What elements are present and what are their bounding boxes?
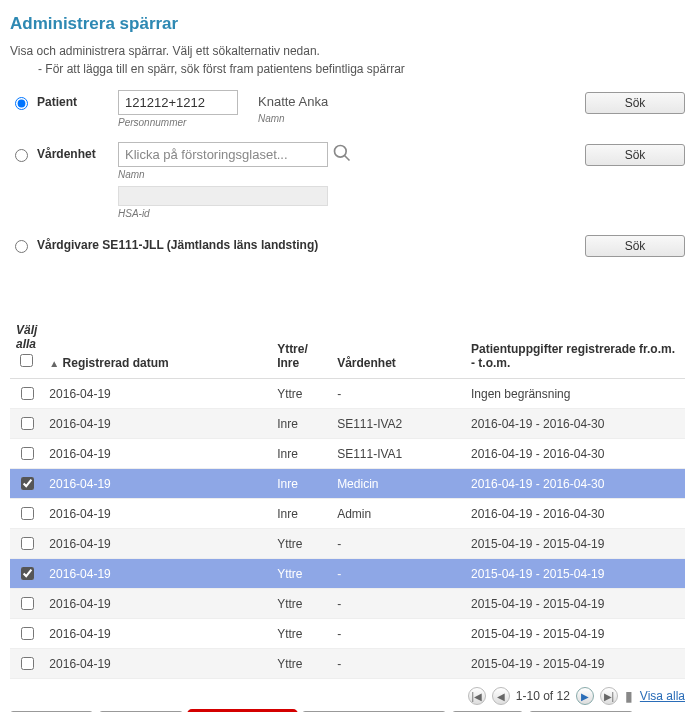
intro-text: Visa och administrera spärrar. Välj ett … xyxy=(10,44,685,58)
pager-separator-icon: ▮ xyxy=(624,688,634,704)
cell-vardenhet: SE111-IVA2 xyxy=(331,409,465,439)
cell-date: 2016-04-19 xyxy=(43,559,271,589)
row-checkbox[interactable] xyxy=(21,447,34,460)
table-row[interactable]: 2016-04-19Yttre-2015-04-19 - 2015-04-19 xyxy=(10,619,685,649)
cell-yttre-inre: Inre xyxy=(271,439,331,469)
cell-yttre-inre: Yttre xyxy=(271,379,331,409)
cell-vardenhet: - xyxy=(331,649,465,679)
results-table: Välj alla ▲ Registrerad datum Yttre/ Inr… xyxy=(10,317,685,679)
svg-point-0 xyxy=(335,146,347,158)
cell-date: 2016-04-19 xyxy=(43,589,271,619)
cell-yttre-inre: Inre xyxy=(271,499,331,529)
search-vardenhet-button[interactable]: Sök xyxy=(585,144,685,166)
radio-vardenhet[interactable] xyxy=(15,149,28,162)
cell-patientuppgifter: 2015-04-19 - 2015-04-19 xyxy=(465,559,685,589)
cell-patientuppgifter: 2015-04-19 - 2015-04-19 xyxy=(465,649,685,679)
cell-yttre-inre: Yttre xyxy=(271,529,331,559)
cell-patientuppgifter: 2016-04-19 - 2016-04-30 xyxy=(465,409,685,439)
pager-next-icon[interactable]: ▶ xyxy=(576,687,594,705)
search-row-patient: Patient Personnummer Knatte Anka Namn Sö… xyxy=(10,90,685,128)
patient-name-display: Knatte Anka xyxy=(258,90,328,111)
pager-last-icon[interactable]: ▶| xyxy=(600,687,618,705)
cell-date: 2016-04-19 xyxy=(43,499,271,529)
col-reg-date[interactable]: ▲ Registrerad datum xyxy=(43,317,271,379)
pager: |◀ ◀ 1-10 of 12 ▶ ▶| ▮ Visa alla xyxy=(10,687,685,705)
intro-subtext: - För att lägga till en spärr, sök först… xyxy=(38,62,685,76)
table-row[interactable]: 2016-04-19InreSE111-IVA22016-04-19 - 201… xyxy=(10,409,685,439)
radio-vardenhet-label: Vårdenhet xyxy=(37,147,96,161)
cell-vardenhet: - xyxy=(331,559,465,589)
vardenhet-name-sublabel: Namn xyxy=(118,169,352,180)
row-checkbox[interactable] xyxy=(21,387,34,400)
cell-yttre-inre: Inre xyxy=(271,469,331,499)
cell-date: 2016-04-19 xyxy=(43,619,271,649)
cell-date: 2016-04-19 xyxy=(43,379,271,409)
cell-yttre-inre: Yttre xyxy=(271,649,331,679)
show-all-link[interactable]: Visa alla xyxy=(640,689,685,703)
search-row-vardgivare: Vårdgivare SE111-JLL (Jämtlands läns lan… xyxy=(10,233,685,257)
sort-indicator-icon: ▲ xyxy=(49,358,59,369)
col-select-all: Välj alla xyxy=(16,323,37,351)
cell-date: 2016-04-19 xyxy=(43,529,271,559)
table-row[interactable]: 2016-04-19InreAdmin2016-04-19 - 2016-04-… xyxy=(10,499,685,529)
hsaid-input[interactable] xyxy=(118,186,328,206)
cell-yttre-inre: Yttre xyxy=(271,619,331,649)
table-row[interactable]: 2016-04-19Yttre-2015-04-19 - 2015-04-19 xyxy=(10,529,685,559)
select-all-checkbox[interactable] xyxy=(20,354,33,367)
cell-patientuppgifter: 2016-04-19 - 2016-04-30 xyxy=(465,469,685,499)
cell-vardenhet: - xyxy=(331,589,465,619)
row-checkbox[interactable] xyxy=(21,477,34,490)
cell-date: 2016-04-19 xyxy=(43,469,271,499)
row-checkbox[interactable] xyxy=(21,627,34,640)
table-row[interactable]: 2016-04-19Yttre-Ingen begränsning xyxy=(10,379,685,409)
cell-patientuppgifter: 2015-04-19 - 2015-04-19 xyxy=(465,589,685,619)
cell-vardenhet: SE111-IVA1 xyxy=(331,439,465,469)
cell-vardenhet: - xyxy=(331,619,465,649)
table-row[interactable]: 2016-04-19Yttre-2015-04-19 - 2015-04-19 xyxy=(10,589,685,619)
row-checkbox[interactable] xyxy=(21,597,34,610)
radio-vardgivare[interactable] xyxy=(15,240,28,253)
cell-date: 2016-04-19 xyxy=(43,439,271,469)
row-checkbox[interactable] xyxy=(21,537,34,550)
col-patientuppgifter[interactable]: Patientuppgifter registrerade fr.o.m. - … xyxy=(465,317,685,379)
cell-yttre-inre: Inre xyxy=(271,409,331,439)
pager-prev-icon[interactable]: ◀ xyxy=(492,687,510,705)
hsaid-sublabel: HSA-id xyxy=(118,208,352,219)
cell-patientuppgifter: 2016-04-19 - 2016-04-30 xyxy=(465,499,685,529)
radio-vardgivare-label: Vårdgivare SE111-JLL (Jämtlands läns lan… xyxy=(37,238,318,252)
table-row[interactable]: 2016-04-19Yttre-2015-04-19 - 2015-04-19 xyxy=(10,559,685,589)
cell-date: 2016-04-19 xyxy=(43,649,271,679)
search-icon[interactable] xyxy=(332,143,352,166)
row-checkbox[interactable] xyxy=(21,567,34,580)
table-row[interactable]: 2016-04-19InreSE111-IVA12016-04-19 - 201… xyxy=(10,439,685,469)
personnummer-input[interactable] xyxy=(118,90,238,115)
search-patient-button[interactable]: Sök xyxy=(585,92,685,114)
vardenhet-name-input[interactable] xyxy=(118,142,328,167)
col-yttre-inre[interactable]: Yttre/ Inre xyxy=(271,317,331,379)
table-row[interactable]: 2016-04-19InreMedicin2016-04-19 - 2016-0… xyxy=(10,469,685,499)
cell-vardenhet: - xyxy=(331,529,465,559)
cell-yttre-inre: Yttre xyxy=(271,589,331,619)
svg-line-1 xyxy=(345,156,350,161)
row-checkbox[interactable] xyxy=(21,507,34,520)
search-row-vardenhet: Vårdenhet Namn HSA-id Sök xyxy=(10,142,685,219)
radio-patient-label: Patient xyxy=(37,95,77,109)
page-title: Administrera spärrar xyxy=(10,14,685,34)
personnummer-sublabel: Personnummer xyxy=(118,117,238,128)
pager-range: 1-10 of 12 xyxy=(516,689,570,703)
cell-patientuppgifter: Ingen begränsning xyxy=(465,379,685,409)
table-row[interactable]: 2016-04-19Yttre-2015-04-19 - 2015-04-19 xyxy=(10,649,685,679)
cell-vardenhet: - xyxy=(331,379,465,409)
search-vardgivare-button[interactable]: Sök xyxy=(585,235,685,257)
cell-vardenhet: Medicin xyxy=(331,469,465,499)
cell-yttre-inre: Yttre xyxy=(271,559,331,589)
row-checkbox[interactable] xyxy=(21,657,34,670)
radio-patient[interactable] xyxy=(15,97,28,110)
cell-patientuppgifter: 2016-04-19 - 2016-04-30 xyxy=(465,439,685,469)
patient-name-sublabel: Namn xyxy=(258,113,328,124)
cell-patientuppgifter: 2015-04-19 - 2015-04-19 xyxy=(465,619,685,649)
pager-first-icon[interactable]: |◀ xyxy=(468,687,486,705)
row-checkbox[interactable] xyxy=(21,417,34,430)
cell-vardenhet: Admin xyxy=(331,499,465,529)
col-vardenhet[interactable]: Vårdenhet xyxy=(331,317,465,379)
